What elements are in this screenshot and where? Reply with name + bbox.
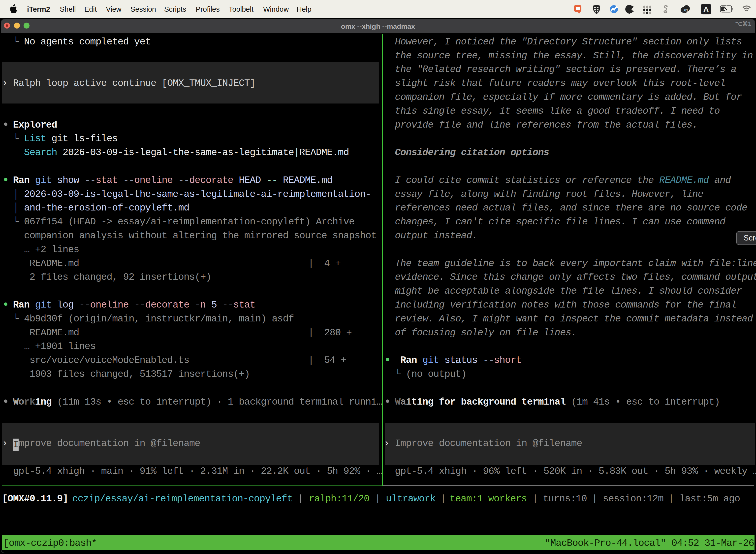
svg-text:..61: ..61 bbox=[682, 8, 688, 12]
